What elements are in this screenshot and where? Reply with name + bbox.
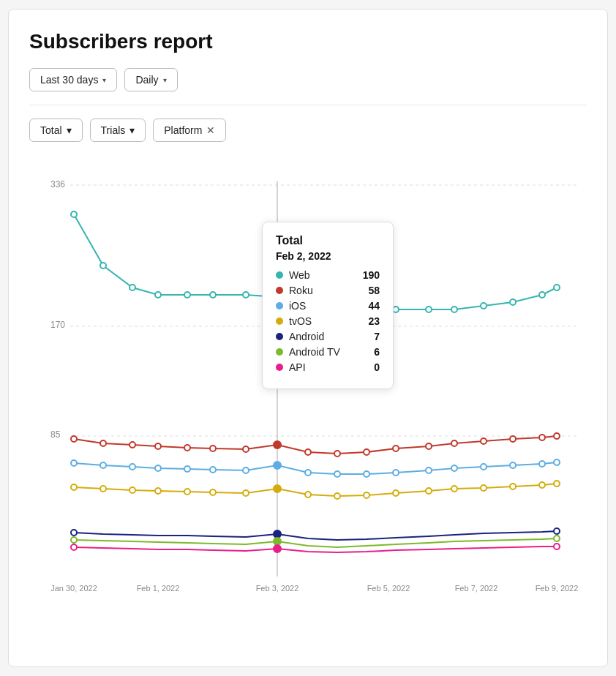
android-label: Android [289,331,356,342]
chevron-down-icon: ▾ [102,76,106,84]
android-dot [276,333,283,340]
svg-point-83 [274,530,281,538]
svg-text:Jan 30, 2022: Jan 30, 2022 [50,584,97,593]
trials-filter[interactable]: Trials ▾ [90,119,146,142]
web-value: 190 [362,269,380,281]
svg-point-59 [451,465,457,471]
svg-point-30 [129,442,135,448]
top-filters: Last 30 days ▾ Daily ▾ [29,68,587,91]
svg-point-77 [451,486,457,492]
svg-point-29 [100,440,106,446]
svg-point-41 [451,440,457,446]
api-value: 0 [362,361,380,373]
y-label-170: 170 [50,320,65,330]
svg-point-73 [334,493,340,499]
svg-point-72 [305,492,311,497]
svg-point-23 [451,307,457,312]
android-tv-label: Android TV [289,346,356,358]
svg-point-49 [155,465,161,471]
android-tv-value: 6 [362,346,380,358]
web-dot [276,271,283,279]
svg-point-34 [243,446,249,452]
svg-point-76 [426,488,432,494]
total-filter[interactable]: Total ▾ [29,119,83,142]
y-label-85: 85 [50,429,61,440]
svg-point-44 [539,435,545,440]
svg-point-31 [155,443,161,449]
svg-point-85 [71,537,77,543]
svg-point-37 [334,451,340,457]
svg-point-61 [510,462,516,468]
tooltip-row-ios: iOS 44 [276,300,380,312]
svg-point-28 [71,436,77,442]
svg-point-10 [71,211,77,217]
ios-label: iOS [289,300,356,312]
svg-point-67 [155,488,161,494]
frequency-filter[interactable]: Daily ▾ [124,68,177,91]
svg-point-24 [481,303,487,309]
svg-point-43 [510,436,516,442]
svg-text:Feb 5, 2022: Feb 5, 2022 [367,584,410,593]
y-label-336: 336 [50,179,65,189]
svg-point-50 [184,466,190,472]
svg-point-48 [129,464,135,470]
time-range-filter[interactable]: Last 30 days ▾ [29,68,117,91]
tooltip: Total Feb 2, 2022 Web 190 Roku 58 iOS 44… [262,222,394,389]
svg-point-40 [426,443,432,449]
roku-dot [276,287,283,294]
android-value: 7 [362,331,380,342]
svg-point-58 [426,467,432,473]
svg-point-46 [71,460,77,466]
svg-point-75 [393,490,399,496]
tooltip-row-web: Web 190 [276,269,380,281]
svg-point-22 [426,307,432,312]
android-tv-line [74,538,557,547]
svg-point-39 [393,446,399,451]
roku-label: Roku [289,285,356,296]
svg-point-87 [554,536,560,541]
svg-point-89 [274,545,281,552]
svg-point-45 [554,433,560,439]
tooltip-row-android: Android 7 [276,331,380,342]
frequency-label: Daily [135,74,158,86]
close-icon[interactable]: ✕ [206,124,215,136]
svg-point-57 [393,470,399,476]
time-range-label: Last 30 days [40,74,98,86]
ios-dot [276,302,283,309]
svg-point-53 [274,462,281,469]
subscribers-report-card: Subscribers report Last 30 days ▾ Daily … [8,9,608,667]
svg-point-13 [155,292,161,298]
chevron-down-icon: ▾ [129,124,135,136]
svg-point-12 [129,285,135,290]
svg-point-64 [71,484,77,490]
svg-point-56 [364,471,369,477]
divider [29,105,587,105]
svg-point-54 [305,470,311,476]
tvos-value: 23 [362,315,380,327]
svg-point-88 [71,544,77,550]
svg-point-74 [364,492,369,498]
svg-point-36 [305,449,311,455]
roku-value: 58 [362,285,380,296]
svg-point-32 [184,445,190,451]
chevron-down-icon: ▾ [67,124,72,136]
total-label: Total [40,124,62,136]
svg-point-79 [510,484,516,489]
svg-point-15 [210,292,216,298]
svg-point-65 [100,486,106,492]
svg-point-42 [481,438,487,444]
platform-filter[interactable]: Platform ✕ [153,119,226,142]
svg-point-82 [71,530,77,536]
svg-point-63 [554,459,560,465]
svg-point-62 [539,461,545,467]
svg-point-51 [210,467,216,473]
svg-text:Feb 3, 2022: Feb 3, 2022 [256,584,299,593]
svg-point-11 [100,263,106,268]
svg-point-86 [274,538,281,545]
svg-text:Feb 7, 2022: Feb 7, 2022 [455,584,498,593]
ios-value: 44 [362,300,380,312]
tooltip-row-android-tv: Android TV 6 [276,346,380,358]
tvos-dot [276,318,283,325]
svg-point-16 [243,292,249,298]
sub-filters: Total ▾ Trials ▾ Platform ✕ [29,119,587,142]
